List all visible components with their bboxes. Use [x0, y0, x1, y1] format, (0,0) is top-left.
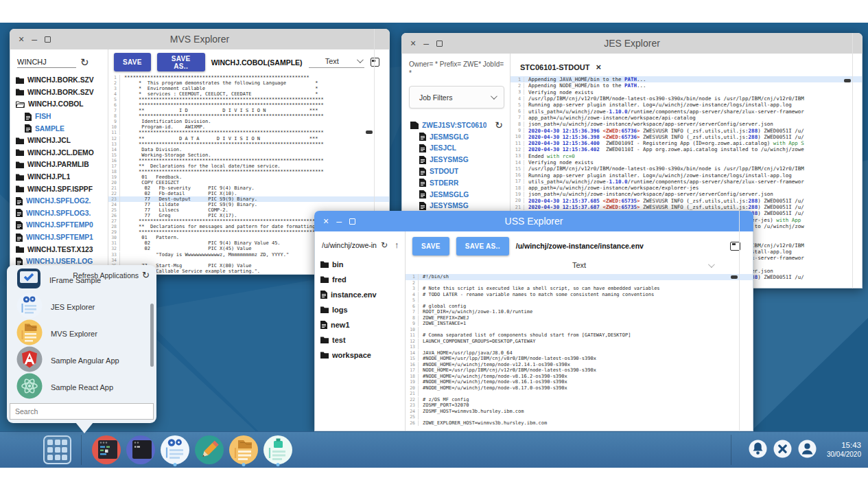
code-line[interactable]: 2: [406, 280, 753, 286]
code-line[interactable]: 16#NODE_HOME=/u/winchj/temp/node-v12.14.…: [406, 362, 753, 368]
taskbar-app-uss-explorer[interactable]: [261, 433, 294, 467]
taskbar-app-jes-explorer[interactable]: [159, 433, 191, 467]
code-line[interactable]: 11 *************************************…: [108, 130, 389, 135]
job-filters-expander[interactable]: Job Filters: [409, 86, 504, 109]
code-line[interactable]: 21 02 Fb-severity PIC 9(4) Binary.: [108, 185, 389, 191]
code-line[interactable]: 7 ** I D D I V I S I O N ***: [108, 108, 389, 113]
code-line[interactable]: 3 * Environment callable *: [108, 86, 389, 91]
open-in-window-icon[interactable]: [371, 58, 379, 67]
tree-item[interactable]: SAMPLE: [16, 122, 106, 135]
tree-item[interactable]: logs: [320, 302, 403, 317]
uss-titlebar[interactable]: × – USS Explorer: [314, 211, 753, 231]
uss-path-input[interactable]: /u/winchj/zowe-in: [322, 241, 377, 249]
refresh-icon[interactable]: ↻: [381, 240, 388, 250]
launcher-search-input[interactable]: [10, 403, 154, 420]
tree-item[interactable]: WINCHJ.PL1: [16, 171, 106, 183]
code-line[interactable]: 17NODE_HOME=/usr/lpp/IBM/cnj/v12r0/IBM/n…: [406, 367, 753, 374]
uss-code-editor[interactable]: 1#!/bin/sh23# Note this script is execut…: [406, 274, 753, 431]
tree-item[interactable]: JESYSMSG: [410, 201, 508, 212]
code-line[interactable]: 1***************************************…: [108, 75, 389, 80]
close-icon[interactable]: ×: [410, 38, 416, 48]
maximize-icon[interactable]: [436, 41, 443, 47]
scrollbar-thumb[interactable]: [366, 130, 373, 134]
code-line[interactable]: 3# Note this script is executed like a s…: [406, 286, 753, 292]
tree-item[interactable]: STDOUT: [410, 166, 508, 177]
code-line[interactable]: 12LAUNCH_COMPONENT_GROUPS=DESKTOP,GATEWA…: [406, 339, 753, 345]
code-line[interactable]: 2 * This program demonstrates the follow…: [108, 80, 389, 86]
code-line[interactable]: 5 **************************************…: [108, 97, 389, 102]
code-line[interactable]: 4 * services : CEEMOUT, CEELOCT, CEEDATE…: [108, 91, 389, 97]
code-line[interactable]: 21: [406, 391, 753, 397]
launcher-item-sample-angular-app[interactable]: Sample Angular App: [7, 347, 156, 374]
code-line[interactable]: 8ZOWE_PREFIX=ZWEJ: [406, 315, 753, 321]
spool-file-tab[interactable]: STC06101-STDOUT ×: [513, 58, 608, 76]
save-button[interactable]: SAVE: [412, 237, 449, 255]
dataset-filter-input[interactable]: [17, 58, 76, 68]
code-line[interactable]: 22 02 Fb-detail PIC X(10).: [108, 191, 389, 196]
tree-item[interactable]: WINCHJ.BORK.SZV: [16, 74, 106, 87]
code-line[interactable]: 9 Identification Division.: [108, 119, 389, 124]
code-line[interactable]: 1#!/bin/sh: [406, 274, 753, 280]
tree-item[interactable]: test: [320, 332, 403, 348]
code-line[interactable]: 24 77 Lildate PIC S9(9) Binary.: [108, 202, 389, 207]
launcher-item-mvs-explorer[interactable]: MVS Explorer: [7, 320, 156, 347]
tree-item[interactable]: ZWEJ1SV:STC0610↻: [410, 120, 508, 131]
code-line[interactable]: 10: [406, 327, 753, 333]
maximize-icon[interactable]: [349, 218, 355, 225]
tree-item[interactable]: WINCHJ.BORK.SZV: [16, 87, 106, 99]
tree-item[interactable]: WINCHJ.SPF.ISPPF: [16, 183, 106, 195]
tree-item[interactable]: workspace: [320, 348, 403, 363]
code-line[interactable]: 16 *************************************…: [108, 158, 389, 163]
tree-item[interactable]: JESJCL: [410, 143, 508, 155]
taskbar-app-vt-terminal[interactable]: [90, 433, 122, 467]
code-line[interactable]: 19#NODE_HOME=/u/winchj/temp/node-v8.16.1…: [406, 379, 753, 385]
code-line[interactable]: 20#NODE_HOME=/u/winchj/temp/node-v8.17.0…: [406, 385, 753, 391]
taskbar-app-mvs-explorer[interactable]: [227, 433, 259, 467]
tree-item[interactable]: WINCHJ.PARMLIB: [16, 159, 106, 171]
code-line[interactable]: 5: [406, 297, 753, 304]
code-line[interactable]: 17 ** Declarations for the local date/ti…: [108, 163, 389, 169]
scrollbar-thumb[interactable]: [731, 275, 738, 279]
close-icon[interactable]: ×: [19, 34, 24, 44]
save-button[interactable]: SAVE: [114, 53, 151, 71]
tree-item[interactable]: JESYSMSG: [410, 154, 508, 166]
tree-item[interactable]: fred: [320, 272, 403, 287]
code-line[interactable]: 26ZOWE_EXPLORER_HOST=winmvs3b.hursley.ib…: [406, 420, 753, 427]
refresh-icon[interactable]: ↻: [495, 120, 508, 130]
code-line[interactable]: 22# z/OS MF config: [406, 397, 753, 403]
scrollbar-thumb[interactable]: [844, 79, 851, 82]
code-line[interactable]: 23ZOSMF_PORT=32070: [406, 402, 753, 409]
code-line[interactable]: 19 01 Feedback.: [108, 174, 389, 180]
code-line[interactable]: 12 ** D A T A D I V I S I O N ***: [108, 136, 389, 141]
code-line[interactable]: 6 **************************************…: [108, 102, 389, 108]
code-line[interactable]: 7ROOT_DIR=/u/winchj/zowe-1.10.0/runtime: [406, 309, 753, 315]
tree-item[interactable]: FISH: [16, 111, 106, 123]
save-as-button[interactable]: SAVE AS..: [157, 53, 205, 71]
tree-item[interactable]: bin: [320, 257, 403, 272]
settings-tools-icon[interactable]: [773, 440, 792, 461]
refresh-icon[interactable]: ↻: [80, 56, 89, 69]
minimize-icon[interactable]: –: [336, 216, 342, 226]
tree-item[interactable]: WINCHJ.SPFTEMP0: [16, 219, 106, 231]
notifications-bell-icon[interactable]: [749, 440, 767, 461]
close-icon[interactable]: ×: [323, 216, 329, 226]
launcher-scrollbar[interactable]: [150, 304, 154, 367]
jes-titlebar[interactable]: × – JES Explorer: [401, 33, 863, 54]
code-line[interactable]: 10 Program-id. AWIXMP.: [108, 124, 389, 130]
tree-item[interactable]: WINCHJ.COBOL: [16, 98, 106, 111]
code-line[interactable]: 11# Comma separated list of components s…: [406, 332, 753, 339]
launcher-item-sample-react-app[interactable]: Sample React App: [7, 374, 156, 400]
tree-item[interactable]: STDERR: [410, 177, 508, 189]
close-tab-icon[interactable]: ×: [596, 62, 601, 72]
tree-item[interactable]: new1: [320, 317, 403, 332]
code-line[interactable]: 13 *************************************…: [108, 141, 389, 147]
code-line[interactable]: 20 COPY CEEIGZCT: [108, 180, 389, 185]
code-line[interactable]: 13: [406, 344, 753, 350]
taskbar-app-tn3270-terminal[interactable]: [124, 433, 156, 467]
minimize-icon[interactable]: –: [423, 38, 429, 48]
code-line[interactable]: 6# global config: [406, 304, 753, 310]
tree-item[interactable]: WINCHJ.SPFLOG3.: [16, 207, 106, 220]
tree-item[interactable]: instance.env: [320, 287, 403, 302]
code-line[interactable]: 8 **************************************…: [108, 113, 389, 119]
maximize-icon[interactable]: [45, 36, 51, 43]
